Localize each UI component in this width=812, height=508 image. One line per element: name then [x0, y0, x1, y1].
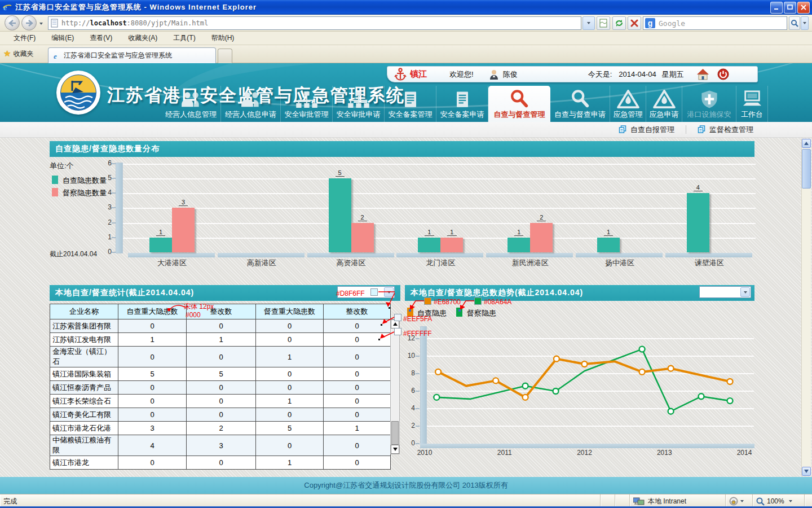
page-scroll-down-button[interactable]: [802, 467, 811, 476]
close-button[interactable]: [797, 2, 810, 14]
line-chart-title: 本地自查/督查隐患总数趋势(截止2014.04.04): [411, 288, 583, 298]
value-cell: 0: [256, 381, 324, 395]
select-dropdown-icon[interactable]: [740, 287, 750, 297]
trend-filter-select[interactable]: [699, 286, 751, 298]
value-cell: 0: [324, 408, 391, 422]
value-cell: 0: [118, 381, 187, 395]
x-axis-segment: [396, 253, 483, 257]
search-dropdown-button[interactable]: [801, 16, 809, 30]
bar-value-label: 5: [336, 169, 345, 177]
nav-item-8[interactable]: 应急管理: [610, 86, 646, 122]
menu-item-5[interactable]: 帮助(H): [204, 32, 242, 45]
magnifier-icon: [508, 87, 531, 109]
nav-item-4[interactable]: 安全备案管理: [385, 86, 436, 122]
search-placeholder: Google: [659, 19, 685, 28]
minimize-button[interactable]: [770, 2, 783, 14]
history-dropdown-icon[interactable]: [39, 23, 43, 25]
menu-item-0[interactable]: 文件(F): [6, 32, 43, 45]
refresh-button[interactable]: [612, 16, 626, 30]
value-cell: 5: [187, 367, 256, 381]
value-cell: 0: [187, 319, 256, 333]
maximize-button[interactable]: [784, 2, 796, 14]
bar-value-label: 1: [514, 229, 523, 236]
menu-item-2[interactable]: 查看(V): [82, 32, 120, 45]
value-cell: 0: [256, 435, 324, 456]
x-axis-tick-label: 2010: [412, 449, 437, 457]
forward-button[interactable]: [21, 15, 37, 30]
nav-item-11[interactable]: 工作台: [736, 86, 768, 122]
annotation-header-fill: #D8F6FF: [336, 290, 365, 297]
y-axis-tick: [416, 426, 420, 427]
page-scrollbar[interactable]: [801, 139, 811, 476]
page-scroll-up-button[interactable]: [802, 139, 811, 148]
table-column-header: 企业名称: [50, 304, 118, 319]
stop-button[interactable]: [628, 16, 641, 30]
select-dropdown-icon[interactable]: [384, 287, 394, 297]
data-point: [727, 398, 733, 404]
value-cell: 0: [187, 395, 256, 408]
orgchart-icon: [295, 87, 319, 109]
value-cell: 0: [324, 395, 391, 408]
nav-item-0[interactable]: 经营人信息管理: [161, 86, 221, 122]
bar-value-label: 1: [156, 229, 165, 236]
svg-text:e: e: [54, 52, 57, 60]
menu-bar: 文件(F)编辑(E)查看(V)收藏夹(A)工具(T)帮助(H): [0, 32, 812, 45]
ie-icon: e: [2, 2, 12, 12]
nav-item-2[interactable]: 安全审批管理: [281, 86, 333, 122]
address-dropdown-button[interactable]: [582, 16, 595, 30]
favorites-button[interactable]: ★ 收藏夹: [3, 49, 33, 59]
y-axis-tick-label: 6: [95, 159, 112, 167]
x-axis-tick-label: 2012: [572, 449, 597, 457]
annotation-swatch-row-even: [394, 328, 401, 335]
x-axis-segment: [576, 253, 663, 257]
value-cell: 1: [256, 456, 324, 470]
y-axis-tick-label: 0: [95, 248, 112, 256]
sub-navigation: 自查自报管理监督检查管理: [0, 122, 812, 138]
bar-chart-plot: 大港港区13高新港区高资港区52龙门港区11新民洲港区12扬中港区1谏壁港区4: [116, 163, 756, 253]
value-cell: 1: [324, 422, 391, 435]
nav-item-5[interactable]: 安全备案申请: [436, 86, 488, 122]
workbench-icon: [740, 87, 764, 109]
menu-item-1[interactable]: 编辑(E): [43, 32, 82, 45]
bar-value-label: 2: [358, 214, 367, 221]
nav-item-9[interactable]: 应急申请: [646, 86, 682, 122]
submenu-item-0[interactable]: 自查自报管理: [619, 125, 674, 135]
compatibility-view-button[interactable]: [597, 16, 610, 30]
table-row: 中储粮镇江粮油有限4300: [50, 435, 391, 456]
search-button[interactable]: [789, 16, 800, 30]
company-name-cell: 江苏索普集团有限: [50, 319, 118, 333]
value-cell: 0: [324, 435, 391, 456]
back-button[interactable]: [5, 15, 20, 30]
submenu-item-1[interactable]: 监督检查管理: [698, 125, 753, 135]
logout-power-icon[interactable]: [717, 68, 729, 80]
nav-item-7[interactable]: 自查与督查申请: [550, 86, 610, 122]
page-scroll-thumb[interactable]: [802, 149, 811, 189]
y-axis-tick: [112, 252, 116, 253]
value-cell: 0: [256, 333, 324, 347]
new-tab-stub[interactable]: [218, 49, 232, 63]
address-bar[interactable]: http://localhost:8080/yjpt/Main.html: [48, 16, 581, 30]
url-text: http://localhost:8080/yjpt/Main.html: [61, 19, 208, 27]
value-cell: 1: [256, 347, 324, 367]
people-icon: [239, 87, 263, 109]
tab-main[interactable]: e 江苏省港口安全监管与应急管理系统: [48, 47, 216, 63]
data-point: [554, 356, 559, 362]
y-axis-tick: [112, 237, 116, 238]
company-name-cell: 江苏镇江发电有限: [50, 333, 118, 347]
port-badge: 镇江: [410, 69, 427, 80]
menu-item-3[interactable]: 收藏夹(A): [120, 32, 165, 45]
home-shortcut-icon[interactable]: [696, 68, 709, 80]
y-axis-tick-label: 10: [396, 352, 415, 360]
y-axis-tick-label: 2: [396, 422, 415, 430]
nav-item-3[interactable]: 安全审批申请: [333, 86, 385, 122]
ie-tab-icon: e: [53, 52, 61, 60]
welcome-label: 欢迎您!: [449, 69, 474, 80]
menu-item-4[interactable]: 工具(T): [165, 32, 203, 45]
nav-item-6[interactable]: 自查与督查管理: [488, 86, 550, 122]
nav-item-10[interactable]: 港口设施保安: [682, 86, 736, 122]
category-label: 扬中港区: [583, 258, 656, 268]
search-box[interactable]: g Google: [643, 16, 787, 30]
data-point: [435, 369, 441, 375]
nav-item-1[interactable]: 经营人信息申请: [221, 86, 281, 122]
table-row: 镇江李长荣综合石0010: [50, 395, 391, 408]
